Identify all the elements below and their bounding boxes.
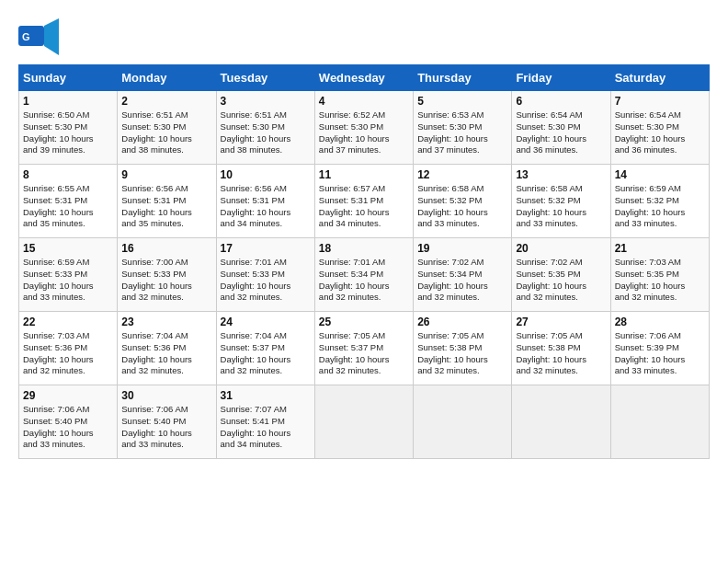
day-info: Sunrise: 7:02 AM Sunset: 5:34 PM Dayligh… [417, 257, 507, 304]
svg-text:G: G [22, 31, 30, 42]
calendar-cell: 22Sunrise: 7:03 AM Sunset: 5:36 PM Dayli… [19, 312, 118, 385]
calendar-cell: 20Sunrise: 7:02 AM Sunset: 5:35 PM Dayli… [512, 238, 610, 312]
calendar-table: SundayMondayTuesdayWednesdayThursdayFrid… [18, 64, 710, 459]
calendar-cell: 15Sunrise: 6:59 AM Sunset: 5:33 PM Dayli… [19, 238, 118, 312]
day-info: Sunrise: 7:01 AM Sunset: 5:34 PM Dayligh… [319, 257, 409, 304]
day-info: Sunrise: 6:50 AM Sunset: 5:30 PM Dayligh… [23, 109, 113, 156]
calendar-cell [610, 385, 709, 459]
calendar-cell: 11Sunrise: 6:57 AM Sunset: 5:31 PM Dayli… [314, 165, 413, 238]
day-info: Sunrise: 6:59 AM Sunset: 5:33 PM Dayligh… [23, 257, 113, 304]
header: G [18, 18, 710, 55]
day-number: 23 [121, 316, 211, 328]
day-number: 10 [221, 168, 311, 181]
day-info: Sunrise: 7:05 AM Sunset: 5:38 PM Dayligh… [417, 330, 507, 377]
day-info: Sunrise: 7:06 AM Sunset: 5:40 PM Dayligh… [121, 404, 211, 451]
day-info: Sunrise: 7:04 AM Sunset: 5:37 PM Dayligh… [221, 330, 311, 377]
calendar-cell: 10Sunrise: 6:56 AM Sunset: 5:31 PM Dayli… [216, 165, 314, 238]
day-number: 16 [121, 242, 211, 255]
day-number: 14 [615, 168, 705, 181]
calendar-header-sunday: Sunday [19, 65, 118, 91]
calendar-cell: 6Sunrise: 6:54 AM Sunset: 5:30 PM Daylig… [512, 91, 610, 165]
day-info: Sunrise: 7:02 AM Sunset: 5:35 PM Dayligh… [516, 257, 606, 304]
day-info: Sunrise: 6:54 AM Sunset: 5:30 PM Dayligh… [615, 109, 705, 156]
calendar-cell: 21Sunrise: 7:03 AM Sunset: 5:35 PM Dayli… [610, 238, 709, 312]
day-info: Sunrise: 7:04 AM Sunset: 5:36 PM Dayligh… [121, 330, 211, 377]
day-number: 26 [417, 316, 507, 328]
day-number: 18 [319, 242, 409, 255]
day-number: 13 [516, 168, 606, 181]
logo: G [18, 18, 63, 55]
day-number: 9 [121, 168, 211, 181]
calendar-cell: 2Sunrise: 6:51 AM Sunset: 5:30 PM Daylig… [118, 91, 216, 165]
day-number: 25 [319, 316, 409, 328]
calendar-cell: 9Sunrise: 6:56 AM Sunset: 5:31 PM Daylig… [118, 165, 216, 238]
calendar-cell [314, 385, 413, 459]
day-info: Sunrise: 6:58 AM Sunset: 5:32 PM Dayligh… [417, 183, 507, 230]
calendar-week-1: 8Sunrise: 6:55 AM Sunset: 5:31 PM Daylig… [19, 165, 710, 238]
day-info: Sunrise: 7:06 AM Sunset: 5:40 PM Dayligh… [23, 404, 113, 451]
day-info: Sunrise: 6:51 AM Sunset: 5:30 PM Dayligh… [221, 109, 311, 156]
day-info: Sunrise: 7:03 AM Sunset: 5:35 PM Dayligh… [615, 257, 705, 304]
calendar-header-tuesday: Tuesday [216, 65, 314, 91]
day-number: 29 [23, 389, 113, 402]
calendar-cell: 8Sunrise: 6:55 AM Sunset: 5:31 PM Daylig… [19, 165, 118, 238]
day-number: 19 [417, 242, 507, 255]
day-number: 2 [121, 95, 211, 108]
day-number: 22 [23, 316, 113, 328]
day-number: 4 [319, 95, 409, 108]
calendar-cell: 23Sunrise: 7:04 AM Sunset: 5:36 PM Dayli… [118, 312, 216, 385]
calendar-cell: 1Sunrise: 6:50 AM Sunset: 5:30 PM Daylig… [19, 91, 118, 165]
calendar-header-row: SundayMondayTuesdayWednesdayThursdayFrid… [19, 65, 710, 91]
calendar-cell: 25Sunrise: 7:05 AM Sunset: 5:37 PM Dayli… [314, 312, 413, 385]
calendar-week-2: 15Sunrise: 6:59 AM Sunset: 5:33 PM Dayli… [19, 238, 710, 312]
calendar-cell: 28Sunrise: 7:06 AM Sunset: 5:39 PM Dayli… [610, 312, 709, 385]
day-info: Sunrise: 7:05 AM Sunset: 5:37 PM Dayligh… [319, 330, 409, 377]
calendar-cell: 16Sunrise: 7:00 AM Sunset: 5:33 PM Dayli… [118, 238, 216, 312]
day-info: Sunrise: 6:56 AM Sunset: 5:31 PM Dayligh… [221, 183, 311, 230]
day-info: Sunrise: 7:07 AM Sunset: 5:41 PM Dayligh… [221, 404, 311, 451]
day-number: 7 [615, 95, 705, 108]
day-info: Sunrise: 6:53 AM Sunset: 5:30 PM Dayligh… [417, 109, 507, 156]
day-info: Sunrise: 6:55 AM Sunset: 5:31 PM Dayligh… [23, 183, 113, 230]
day-number: 20 [516, 242, 606, 255]
calendar-cell: 17Sunrise: 7:01 AM Sunset: 5:33 PM Dayli… [216, 238, 314, 312]
day-info: Sunrise: 6:56 AM Sunset: 5:31 PM Dayligh… [121, 183, 211, 230]
calendar-header-friday: Friday [512, 65, 610, 91]
day-number: 15 [23, 242, 113, 255]
day-info: Sunrise: 7:00 AM Sunset: 5:33 PM Dayligh… [121, 257, 211, 304]
calendar-header-thursday: Thursday [414, 65, 512, 91]
day-number: 11 [319, 168, 409, 181]
day-number: 3 [221, 95, 311, 108]
day-number: 5 [417, 95, 507, 108]
day-info: Sunrise: 6:57 AM Sunset: 5:31 PM Dayligh… [319, 183, 409, 230]
day-number: 6 [516, 95, 606, 108]
day-number: 1 [23, 95, 113, 108]
calendar-cell: 24Sunrise: 7:04 AM Sunset: 5:37 PM Dayli… [216, 312, 314, 385]
day-number: 31 [221, 389, 311, 402]
calendar-cell: 4Sunrise: 6:52 AM Sunset: 5:30 PM Daylig… [314, 91, 413, 165]
calendar-cell: 29Sunrise: 7:06 AM Sunset: 5:40 PM Dayli… [19, 385, 118, 459]
calendar-cell: 18Sunrise: 7:01 AM Sunset: 5:34 PM Dayli… [314, 238, 413, 312]
day-info: Sunrise: 6:51 AM Sunset: 5:30 PM Dayligh… [121, 109, 211, 156]
day-info: Sunrise: 7:03 AM Sunset: 5:36 PM Dayligh… [23, 330, 113, 377]
calendar-cell: 7Sunrise: 6:54 AM Sunset: 5:30 PM Daylig… [610, 91, 709, 165]
day-number: 8 [23, 168, 113, 181]
calendar-cell [512, 385, 610, 459]
calendar-cell: 12Sunrise: 6:58 AM Sunset: 5:32 PM Dayli… [414, 165, 512, 238]
calendar-week-0: 1Sunrise: 6:50 AM Sunset: 5:30 PM Daylig… [19, 91, 710, 165]
day-number: 30 [121, 389, 211, 402]
calendar-week-4: 29Sunrise: 7:06 AM Sunset: 5:40 PM Dayli… [19, 385, 710, 459]
day-info: Sunrise: 6:52 AM Sunset: 5:30 PM Dayligh… [319, 109, 409, 156]
day-info: Sunrise: 7:05 AM Sunset: 5:38 PM Dayligh… [516, 330, 606, 377]
calendar-cell: 27Sunrise: 7:05 AM Sunset: 5:38 PM Dayli… [512, 312, 610, 385]
calendar-cell: 5Sunrise: 6:53 AM Sunset: 5:30 PM Daylig… [414, 91, 512, 165]
day-info: Sunrise: 6:54 AM Sunset: 5:30 PM Dayligh… [516, 109, 606, 156]
day-number: 17 [221, 242, 311, 255]
day-number: 27 [516, 316, 606, 328]
logo-icon: G [18, 18, 59, 55]
calendar-cell: 26Sunrise: 7:05 AM Sunset: 5:38 PM Dayli… [414, 312, 512, 385]
calendar-header-wednesday: Wednesday [314, 65, 413, 91]
calendar-cell: 31Sunrise: 7:07 AM Sunset: 5:41 PM Dayli… [216, 385, 314, 459]
calendar-week-3: 22Sunrise: 7:03 AM Sunset: 5:36 PM Dayli… [19, 312, 710, 385]
day-number: 28 [615, 316, 705, 328]
